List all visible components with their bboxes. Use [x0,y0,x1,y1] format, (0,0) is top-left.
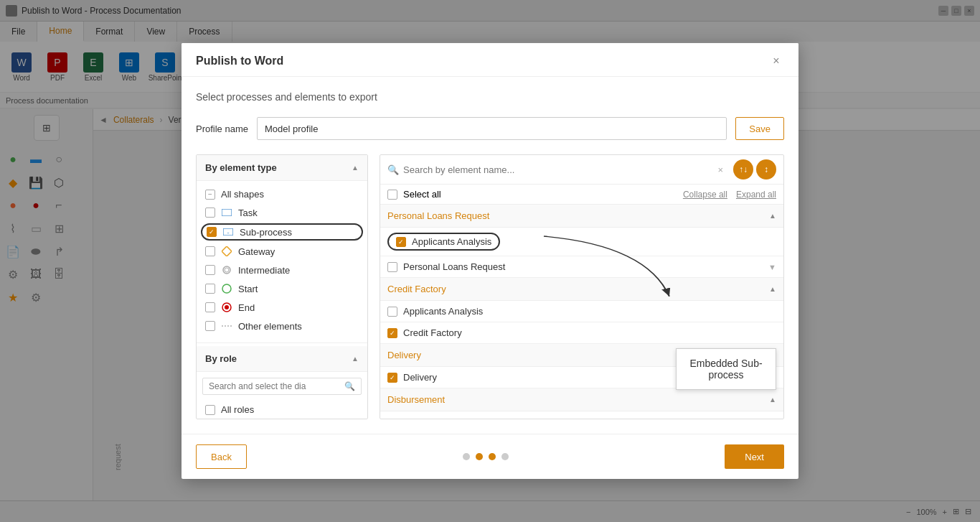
group-credit-factory-header[interactable]: Credit Factory ▲ [380,278,783,301]
intermediate-label: Intermediate [238,265,290,276]
role-chevron: ▲ [352,355,359,363]
all-shapes-label: All shapes [221,189,264,200]
filter-item-all-roles[interactable]: All roles [197,401,367,419]
list-header: 🔍 × ↑↓ ↕ [380,155,783,185]
by-element-type-header[interactable]: By element type ▲ [197,155,367,181]
element-type-chevron: ▲ [352,164,359,172]
profile-name-row: Profile name Save [196,117,784,140]
modal-body: Select processes and elements to export … [182,77,798,434]
applicants-analysis-2-checkbox[interactable] [387,307,397,317]
by-role-label: By role [205,353,237,364]
start-shape-icon [221,283,232,294]
expand-all-button[interactable]: Expand all [736,190,776,200]
personal-loans-request-checkbox[interactable] [387,262,397,272]
search-clear-button[interactable]: × [717,164,723,175]
list-item-credit-factory[interactable]: Credit Factory [380,322,783,344]
select-all-item[interactable]: Select all [387,189,441,200]
svg-point-6 [222,284,231,293]
svg-point-5 [225,268,229,272]
profile-name-label: Profile name [196,123,248,134]
sort-desc-button[interactable]: ↕ [756,159,776,180]
list-panel: 🔍 × ↑↓ ↕ Select all [380,154,784,419]
end-shape-icon [221,302,232,313]
applicants-analysis-1-label: Applicants Analysis [412,236,491,247]
svg-rect-0 [222,209,232,216]
gateway-shape-icon [221,246,232,257]
all-roles-checkbox[interactable] [205,405,215,415]
svg-marker-3 [222,246,232,256]
applicants-analysis-1-checkbox[interactable] [396,237,406,247]
filter-item-all-shapes[interactable]: All shapes [197,185,367,203]
credit-factory-label: Credit Factory [403,327,462,338]
filter-item-task[interactable]: Task [197,203,367,222]
intermediate-checkbox[interactable] [205,265,215,275]
role-search: 🔍 [202,378,362,395]
list-item-applicants-analysis-2[interactable]: Applicants Analysis [380,301,783,322]
filter-item-gateway[interactable]: Gateway [197,242,367,261]
profile-name-input[interactable] [257,117,727,140]
pagination-dots [463,453,509,460]
filter-items: All shapes Task [197,181,367,340]
delivery-label: Delivery [403,372,437,383]
end-checkbox[interactable] [205,302,215,312]
by-role-header[interactable]: By role ▲ [197,346,367,372]
sort-asc-button[interactable]: ↑↓ [733,159,753,180]
filter-item-start[interactable]: Start [197,279,367,298]
dot-2 [476,453,483,460]
select-all-checkbox[interactable] [387,190,397,200]
filter-item-other[interactable]: Other elements [197,317,367,335]
delivery-checkbox[interactable] [387,373,397,383]
group-personal-loans: Personal Loans Request ▲ Applicants Anal… [380,205,783,278]
embedded-subprocess-tooltip: Embedded Sub-process [676,348,776,390]
back-button[interactable]: Back [196,444,247,469]
group-personal-loans-header[interactable]: Personal Loans Request ▲ [380,205,783,228]
all-roles-label: All roles [221,404,254,415]
subprocess-checkbox[interactable] [207,227,217,237]
modal-subtitle: Select processes and elements to export [196,91,784,103]
dot-4 [501,453,509,460]
task-shape-icon [221,207,232,218]
task-checkbox[interactable] [205,208,215,218]
all-shapes-checkbox[interactable] [205,190,215,200]
subprocess-shape-icon: + [222,226,234,238]
save-profile-button[interactable]: Save [735,117,784,140]
filter-item-subprocess[interactable]: + Sub-process [201,223,363,241]
applicants-analysis-2-label: Applicants Analysis [403,306,483,317]
gateway-checkbox[interactable] [205,246,215,256]
element-search-input[interactable] [403,164,713,175]
list-item-personal-loans-request[interactable]: Personal Loans Request ▼ [380,256,783,278]
other-label: Other elements [238,321,302,332]
list-item-applicants-analysis-1[interactable]: Applicants Analysis [380,228,783,256]
end-label: End [238,302,255,313]
modal-title: Publish to Word [196,55,283,67]
filter-item-intermediate[interactable]: Intermediate [197,261,367,279]
credit-factory-title: Credit Factory [387,284,446,294]
svg-text:+: + [227,230,230,235]
task-label: Task [238,208,258,218]
personal-loans-request-label: Personal Loans Request [403,261,505,272]
credit-factory-checkbox[interactable] [387,328,397,338]
collapse-expand-controls: Collapse all Expand all [683,190,776,200]
gateway-label: Gateway [238,246,275,257]
dot-3 [489,453,496,460]
applicants-analysis-circled: Applicants Analysis [387,233,500,251]
role-search-input[interactable] [209,381,340,391]
modal-close-button[interactable]: × [768,53,784,69]
modal-overlay: Publish to Word × Select processes and e… [0,0,980,522]
collapse-all-button[interactable]: Collapse all [683,190,727,200]
start-label: Start [238,284,258,294]
start-checkbox[interactable] [205,284,215,294]
svg-point-8 [225,305,229,309]
personal-loans-expand: ▼ [768,263,776,271]
other-checkbox[interactable] [205,321,215,331]
list-items: Personal Loans Request ▲ Applicants Anal… [380,205,783,419]
sort-icons: ↑↓ ↕ [733,159,776,180]
group-disbursement-header[interactable]: Disbursement ▲ [380,388,783,411]
search-row: 🔍 × [387,164,723,175]
next-button[interactable]: Next [725,444,784,469]
role-search-icon: 🔍 [344,381,355,391]
modal-footer: Back Next [182,434,798,479]
publish-to-word-modal: Publish to Word × Select processes and e… [182,43,798,479]
subprocess-label: Sub-process [240,227,292,238]
filter-item-end[interactable]: End [197,298,367,317]
